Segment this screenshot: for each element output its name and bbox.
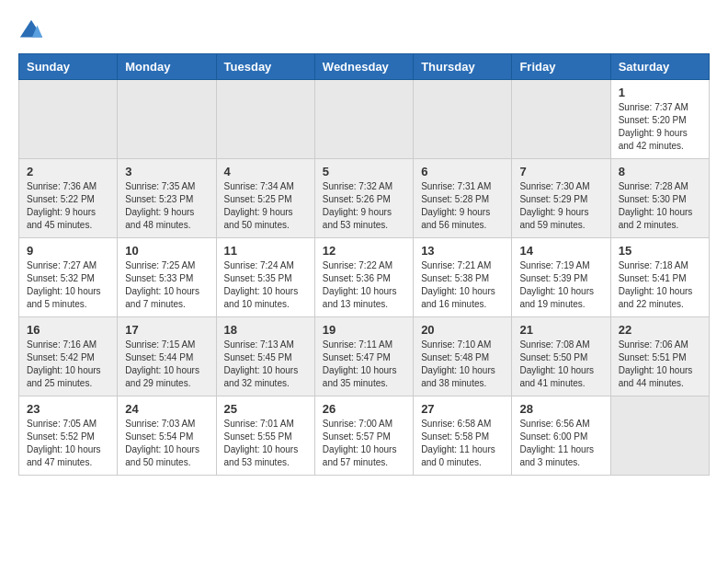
day-info: Sunrise: 7:34 AM Sunset: 5:25 PM Dayligh…	[224, 180, 307, 232]
day-number: 22	[619, 323, 701, 337]
day-info: Sunrise: 7:08 AM Sunset: 5:50 PM Dayligh…	[519, 339, 602, 390]
logo-icon	[18, 18, 44, 44]
day-number: 2	[27, 165, 109, 178]
weekday-header-sunday: Sunday	[19, 54, 118, 80]
day-info: Sunrise: 7:16 AM Sunset: 5:42 PM Dayligh…	[27, 339, 109, 390]
calendar-cell: 16Sunrise: 7:16 AM Sunset: 5:42 PM Dayli…	[19, 317, 118, 396]
logo	[18, 18, 48, 44]
calendar-cell: 12Sunrise: 7:22 AM Sunset: 5:36 PM Dayli…	[314, 238, 413, 317]
calendar-cell	[610, 396, 709, 476]
day-info: Sunrise: 7:24 AM Sunset: 5:35 PM Dayligh…	[224, 259, 307, 311]
day-info: Sunrise: 7:19 AM Sunset: 5:39 PM Dayligh…	[519, 259, 602, 311]
calendar-cell: 11Sunrise: 7:24 AM Sunset: 5:35 PM Dayli…	[216, 238, 314, 317]
week-row-1: 2Sunrise: 7:36 AM Sunset: 5:22 PM Daylig…	[19, 159, 710, 238]
weekday-header-monday: Monday	[118, 54, 216, 80]
day-number: 18	[224, 323, 307, 337]
calendar-cell: 18Sunrise: 7:13 AM Sunset: 5:45 PM Dayli…	[216, 317, 314, 396]
day-info: Sunrise: 7:01 AM Sunset: 5:55 PM Dayligh…	[224, 418, 307, 469]
calendar-cell: 23Sunrise: 7:05 AM Sunset: 5:52 PM Dayli…	[19, 396, 118, 476]
weekday-header-wednesday: Wednesday	[314, 54, 413, 80]
day-number: 11	[224, 244, 307, 258]
weekday-header-tuesday: Tuesday	[216, 54, 314, 80]
day-info: Sunrise: 7:30 AM Sunset: 5:29 PM Dayligh…	[519, 180, 602, 232]
day-info: Sunrise: 7:10 AM Sunset: 5:48 PM Dayligh…	[421, 339, 504, 390]
week-row-4: 23Sunrise: 7:05 AM Sunset: 5:52 PM Dayli…	[19, 396, 710, 476]
calendar-cell: 13Sunrise: 7:21 AM Sunset: 5:38 PM Dayli…	[414, 238, 512, 317]
day-info: Sunrise: 7:22 AM Sunset: 5:36 PM Dayligh…	[323, 259, 405, 311]
calendar-cell: 8Sunrise: 7:28 AM Sunset: 5:30 PM Daylig…	[610, 159, 709, 238]
day-number: 19	[323, 323, 405, 337]
day-number: 25	[224, 402, 307, 416]
day-number: 17	[125, 323, 208, 337]
calendar-cell: 21Sunrise: 7:08 AM Sunset: 5:50 PM Dayli…	[512, 317, 610, 396]
day-info: Sunrise: 7:31 AM Sunset: 5:28 PM Dayligh…	[421, 180, 504, 232]
day-number: 8	[619, 165, 701, 178]
calendar-cell	[512, 80, 610, 159]
calendar-cell: 24Sunrise: 7:03 AM Sunset: 5:54 PM Dayli…	[118, 396, 216, 476]
day-number: 26	[323, 402, 405, 416]
calendar-cell: 27Sunrise: 6:58 AM Sunset: 5:58 PM Dayli…	[414, 396, 512, 476]
day-info: Sunrise: 7:11 AM Sunset: 5:47 PM Dayligh…	[323, 339, 405, 390]
day-info: Sunrise: 7:06 AM Sunset: 5:51 PM Dayligh…	[619, 339, 701, 390]
day-number: 9	[27, 244, 109, 258]
day-info: Sunrise: 7:00 AM Sunset: 5:57 PM Dayligh…	[323, 418, 405, 469]
day-info: Sunrise: 6:58 AM Sunset: 5:58 PM Dayligh…	[421, 418, 504, 469]
weekday-header-thursday: Thursday	[414, 54, 512, 80]
calendar-cell	[314, 80, 413, 159]
day-number: 4	[224, 165, 307, 178]
day-number: 15	[619, 244, 701, 258]
day-info: Sunrise: 7:05 AM Sunset: 5:52 PM Dayligh…	[27, 418, 109, 469]
day-info: Sunrise: 6:56 AM Sunset: 6:00 PM Dayligh…	[519, 418, 602, 469]
day-number: 12	[323, 244, 405, 258]
header	[18, 18, 710, 44]
day-number: 3	[125, 165, 208, 178]
day-info: Sunrise: 7:32 AM Sunset: 5:26 PM Dayligh…	[323, 180, 405, 232]
calendar-cell: 28Sunrise: 6:56 AM Sunset: 6:00 PM Dayli…	[512, 396, 610, 476]
weekday-header-friday: Friday	[512, 54, 610, 80]
calendar-cell: 22Sunrise: 7:06 AM Sunset: 5:51 PM Dayli…	[610, 317, 709, 396]
week-row-3: 16Sunrise: 7:16 AM Sunset: 5:42 PM Dayli…	[19, 317, 710, 396]
calendar-cell	[19, 80, 118, 159]
day-number: 6	[421, 165, 504, 178]
day-info: Sunrise: 7:28 AM Sunset: 5:30 PM Dayligh…	[619, 180, 701, 232]
calendar-cell: 6Sunrise: 7:31 AM Sunset: 5:28 PM Daylig…	[414, 159, 512, 238]
calendar-cell: 26Sunrise: 7:00 AM Sunset: 5:57 PM Dayli…	[314, 396, 413, 476]
calendar-cell: 19Sunrise: 7:11 AM Sunset: 5:47 PM Dayli…	[314, 317, 413, 396]
day-number: 23	[27, 402, 109, 416]
day-info: Sunrise: 7:18 AM Sunset: 5:41 PM Dayligh…	[619, 259, 701, 311]
day-info: Sunrise: 7:21 AM Sunset: 5:38 PM Dayligh…	[421, 259, 504, 311]
day-number: 24	[125, 402, 208, 416]
day-info: Sunrise: 7:36 AM Sunset: 5:22 PM Dayligh…	[27, 180, 109, 232]
day-number: 10	[125, 244, 208, 258]
calendar-cell	[118, 80, 216, 159]
calendar-cell: 20Sunrise: 7:10 AM Sunset: 5:48 PM Dayli…	[414, 317, 512, 396]
weekday-header-saturday: Saturday	[610, 54, 709, 80]
day-info: Sunrise: 7:35 AM Sunset: 5:23 PM Dayligh…	[125, 180, 208, 232]
day-number: 13	[421, 244, 504, 258]
day-info: Sunrise: 7:25 AM Sunset: 5:33 PM Dayligh…	[125, 259, 208, 311]
calendar-cell: 7Sunrise: 7:30 AM Sunset: 5:29 PM Daylig…	[512, 159, 610, 238]
day-number: 28	[519, 402, 602, 416]
day-info: Sunrise: 7:27 AM Sunset: 5:32 PM Dayligh…	[27, 259, 109, 311]
calendar-cell	[414, 80, 512, 159]
calendar-cell: 10Sunrise: 7:25 AM Sunset: 5:33 PM Dayli…	[118, 238, 216, 317]
day-info: Sunrise: 7:03 AM Sunset: 5:54 PM Dayligh…	[125, 418, 208, 469]
day-info: Sunrise: 7:13 AM Sunset: 5:45 PM Dayligh…	[224, 339, 307, 390]
week-row-2: 9Sunrise: 7:27 AM Sunset: 5:32 PM Daylig…	[19, 238, 710, 317]
day-number: 21	[519, 323, 602, 337]
calendar-cell: 3Sunrise: 7:35 AM Sunset: 5:23 PM Daylig…	[118, 159, 216, 238]
day-number: 5	[323, 165, 405, 178]
day-info: Sunrise: 7:15 AM Sunset: 5:44 PM Dayligh…	[125, 339, 208, 390]
calendar-cell: 25Sunrise: 7:01 AM Sunset: 5:55 PM Dayli…	[216, 396, 314, 476]
calendar-cell: 2Sunrise: 7:36 AM Sunset: 5:22 PM Daylig…	[19, 159, 118, 238]
calendar-cell: 9Sunrise: 7:27 AM Sunset: 5:32 PM Daylig…	[19, 238, 118, 317]
calendar-cell: 5Sunrise: 7:32 AM Sunset: 5:26 PM Daylig…	[314, 159, 413, 238]
calendar-cell: 1Sunrise: 7:37 AM Sunset: 5:20 PM Daylig…	[610, 80, 709, 159]
calendar-cell: 17Sunrise: 7:15 AM Sunset: 5:44 PM Dayli…	[118, 317, 216, 396]
week-row-0: 1Sunrise: 7:37 AM Sunset: 5:20 PM Daylig…	[19, 80, 710, 159]
day-number: 27	[421, 402, 504, 416]
calendar-cell: 14Sunrise: 7:19 AM Sunset: 5:39 PM Dayli…	[512, 238, 610, 317]
day-number: 7	[519, 165, 602, 178]
calendar: SundayMondayTuesdayWednesdayThursdayFrid…	[18, 53, 710, 476]
calendar-cell	[216, 80, 314, 159]
